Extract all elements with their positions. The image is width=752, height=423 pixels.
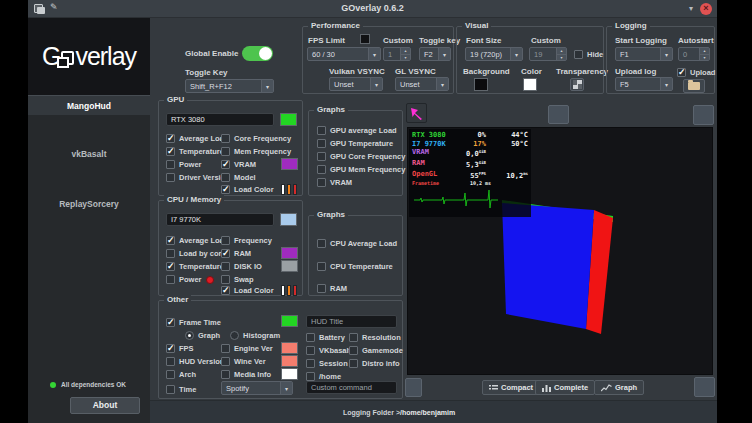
- graph-gpu-mem-freq-row[interactable]: GPU Mem Frequency: [317, 164, 405, 175]
- checkbox[interactable]: [349, 359, 358, 368]
- checkbox[interactable]: [306, 359, 315, 368]
- dropdown-arrow-icon[interactable]: [438, 48, 450, 60]
- checkbox[interactable]: [166, 262, 175, 271]
- checkbox[interactable]: [317, 139, 326, 148]
- cpu-color-swatch[interactable]: [280, 213, 297, 226]
- preview-scroll-button-right[interactable]: [694, 377, 715, 397]
- time-row[interactable]: Time: [166, 384, 196, 395]
- distro-info-row[interactable]: Distro info: [349, 358, 400, 369]
- checkbox[interactable]: [221, 147, 230, 156]
- checkbox[interactable]: [317, 284, 326, 293]
- checkbox[interactable]: [221, 357, 230, 366]
- start-logging-dropdown[interactable]: F1: [615, 47, 673, 61]
- autostart-spinner[interactable]: 0: [678, 47, 710, 61]
- fps-custom-spinner[interactable]: 1: [383, 47, 411, 61]
- gpu-vram-row[interactable]: VRAM: [221, 159, 256, 170]
- checkbox[interactable]: [166, 249, 175, 258]
- checkbox[interactable]: [166, 275, 175, 284]
- fps-limit-color-swatch[interactable]: [360, 34, 370, 44]
- graph-cpu-avg-load-row[interactable]: CPU Average Load: [317, 238, 397, 249]
- checkbox[interactable]: [221, 236, 230, 245]
- fps-row[interactable]: FPS: [166, 343, 194, 354]
- radio-button[interactable]: [185, 331, 194, 340]
- upload-folder-button[interactable]: [683, 79, 705, 93]
- vram-color-swatch[interactable]: [281, 158, 298, 170]
- wine-ver-color-swatch[interactable]: [281, 355, 298, 367]
- hide-checkbox[interactable]: [574, 50, 583, 59]
- dropdown-arrow-icon[interactable]: [280, 382, 292, 394]
- compact-mode-button[interactable]: Compact: [482, 380, 540, 395]
- dropdown-arrow-icon[interactable]: [660, 48, 672, 60]
- graph-gpu-core-freq-row[interactable]: GPU Core Frequency: [317, 151, 405, 162]
- media-info-color-swatch[interactable]: [281, 368, 298, 380]
- cpu-name-input[interactable]: [166, 213, 274, 226]
- gpu-model-row[interactable]: Model: [221, 172, 256, 183]
- preview-tool-button[interactable]: [693, 105, 714, 125]
- swap-row[interactable]: Swap: [221, 274, 254, 285]
- histogram-radio-row[interactable]: Histogram: [230, 330, 280, 341]
- sidebar-tab-mangohud[interactable]: MangoHud: [28, 95, 150, 115]
- checkbox[interactable]: [166, 385, 175, 394]
- ram-row[interactable]: RAM: [221, 248, 251, 259]
- cpu-power-color-swatch[interactable]: [206, 276, 214, 284]
- logging-folder-path[interactable]: /home/benjamim: [400, 409, 455, 416]
- checkbox[interactable]: [317, 152, 326, 161]
- checkbox[interactable]: [221, 286, 230, 295]
- vkbasalt-row[interactable]: VKbasalt: [306, 345, 351, 356]
- gpu-avg-load-row[interactable]: Average Load: [166, 133, 228, 144]
- gamemode-row[interactable]: Gamemode: [349, 345, 403, 356]
- checkbox[interactable]: [221, 185, 230, 194]
- cpu-frequency-row[interactable]: Frequency: [221, 235, 272, 246]
- dropdown-arrow-icon[interactable]: [660, 78, 672, 90]
- checkbox[interactable]: [166, 147, 175, 156]
- ram-color-swatch[interactable]: [281, 247, 298, 259]
- fps-toggle-key-dropdown[interactable]: F2: [419, 47, 451, 61]
- graph-gpu-temp-row[interactable]: GPU Temperature: [317, 138, 393, 149]
- fps-limit-dropdown[interactable]: 60 / 30: [307, 47, 381, 61]
- opengl-preview-canvas[interactable]: RTX 3080 0% 44°C I7 9770K 17% 50°C VRAM …: [407, 127, 713, 375]
- cpu-load-by-core-row[interactable]: Load by core: [166, 248, 226, 259]
- checkbox[interactable]: [221, 370, 230, 379]
- checkbox[interactable]: [166, 318, 175, 327]
- sidebar-tab-vkbasalt[interactable]: vkBasalt: [28, 144, 150, 164]
- checkbox[interactable]: [166, 160, 175, 169]
- gpu-load-color-bars[interactable]: [281, 184, 297, 195]
- frame-time-color-swatch[interactable]: [281, 315, 298, 327]
- checkbox[interactable]: [166, 236, 175, 245]
- graph-radio-row[interactable]: Graph: [185, 330, 220, 341]
- about-button[interactable]: About: [70, 397, 140, 414]
- checkbox[interactable]: [317, 165, 326, 174]
- graph-mode-button[interactable]: Graph: [594, 380, 644, 395]
- gpu-core-freq-row[interactable]: Core Frequency: [221, 133, 291, 144]
- gpu-mem-freq-row[interactable]: Mem Frequency: [221, 146, 291, 157]
- checkbox[interactable]: [221, 134, 230, 143]
- checkbox[interactable]: [166, 344, 175, 353]
- close-button[interactable]: ×: [700, 3, 712, 15]
- preview-scroll-button-left[interactable]: [405, 378, 422, 397]
- hide-checkbox-row[interactable]: Hide: [574, 49, 603, 60]
- checkbox[interactable]: [221, 275, 230, 284]
- engine-ver-row[interactable]: Engine Ver: [221, 343, 273, 354]
- disk-io-color-swatch[interactable]: [281, 260, 298, 272]
- checkbox[interactable]: [306, 333, 315, 342]
- global-enable-toggle[interactable]: [242, 46, 273, 61]
- graph-gpu-avg-load-row[interactable]: GPU average Load: [317, 125, 397, 136]
- cpu-load-color-row[interactable]: Load Color: [221, 285, 274, 296]
- chevron-down-icon[interactable]: ▾: [689, 4, 693, 13]
- logging-folder-label[interactable]: Logging Folder >: [343, 409, 400, 416]
- toggle-key-dropdown[interactable]: Shift_R+F12: [185, 79, 274, 93]
- checkbox[interactable]: [349, 346, 358, 355]
- checkbox[interactable]: [221, 262, 230, 271]
- cpu-temp-row[interactable]: Temperature: [166, 261, 224, 272]
- dropdown-arrow-icon[interactable]: [370, 78, 382, 90]
- arch-row[interactable]: Arch: [166, 369, 196, 380]
- gpu-name-input[interactable]: [166, 113, 274, 126]
- spinner-arrows-icon[interactable]: [699, 48, 709, 60]
- checkbox[interactable]: [306, 372, 315, 381]
- dropdown-arrow-icon[interactable]: [436, 78, 448, 90]
- cpu-power-row[interactable]: Power: [166, 274, 214, 285]
- checkbox[interactable]: [317, 126, 326, 135]
- checkbox[interactable]: [317, 239, 326, 248]
- checkbox[interactable]: [166, 357, 175, 366]
- dropdown-arrow-icon[interactable]: [261, 80, 273, 92]
